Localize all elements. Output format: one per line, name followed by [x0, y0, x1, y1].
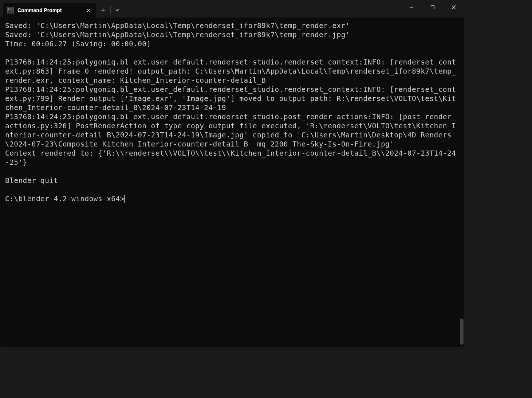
tab-divider	[110, 6, 111, 14]
new-tab-button[interactable]	[97, 4, 109, 16]
terminal-line: Context rendered to: {'R:\\renderset\\VO…	[5, 149, 459, 167]
terminal-line: Saved: 'C:\Users\Martin\AppData\Local\Te…	[5, 21, 459, 30]
terminal-line: P13768:14:24:25:polygoniq.bl_ext.user_de…	[5, 112, 459, 149]
window-close-button[interactable]	[443, 0, 464, 15]
svg-rect-0	[431, 6, 434, 9]
terminal-line	[5, 185, 459, 194]
minimize-button[interactable]	[401, 0, 422, 15]
tab-close-button[interactable]	[85, 7, 92, 14]
tab-title: Command Prompt	[17, 7, 81, 13]
terminal-output[interactable]: Saved: 'C:\Users\Martin\AppData\Local\Te…	[0, 17, 464, 347]
plus-icon	[101, 8, 105, 12]
terminal-line: P13768:14:24:25:polygoniq.bl_ext.user_de…	[5, 58, 459, 85]
terminal-line	[5, 167, 459, 176]
close-icon	[87, 8, 91, 12]
terminal-line: P13768:14:24:25:polygoniq.bl_ext.user_de…	[5, 85, 459, 112]
terminal-line: Blender quit	[5, 176, 459, 185]
close-icon	[452, 5, 456, 9]
maximize-button[interactable]	[422, 0, 443, 15]
terminal-line: Time: 00:06.27 (Saving: 00:00.00)	[5, 39, 459, 48]
tab-dropdown-button[interactable]	[111, 4, 123, 16]
terminal-prompt: C:\blender-4.2-windows-x64>	[5, 195, 125, 203]
minimize-icon	[409, 5, 414, 9]
tab-command-prompt[interactable]: Command Prompt	[3, 3, 96, 17]
titlebar: Command Prompt	[0, 0, 464, 17]
terminal-line: Saved: 'C:\Users\Martin\AppData\Local\Te…	[5, 30, 459, 39]
tab-area: Command Prompt	[0, 0, 123, 17]
terminal-line	[5, 48, 459, 58]
scrollbar-thumb[interactable]	[460, 319, 464, 345]
terminal-cursor	[124, 195, 125, 203]
maximize-icon	[430, 5, 435, 9]
chevron-down-icon	[115, 8, 119, 12]
terminal-prompt-line: C:\blender-4.2-windows-x64>	[5, 194, 459, 203]
cmd-icon	[7, 7, 14, 13]
window-controls	[401, 0, 464, 15]
